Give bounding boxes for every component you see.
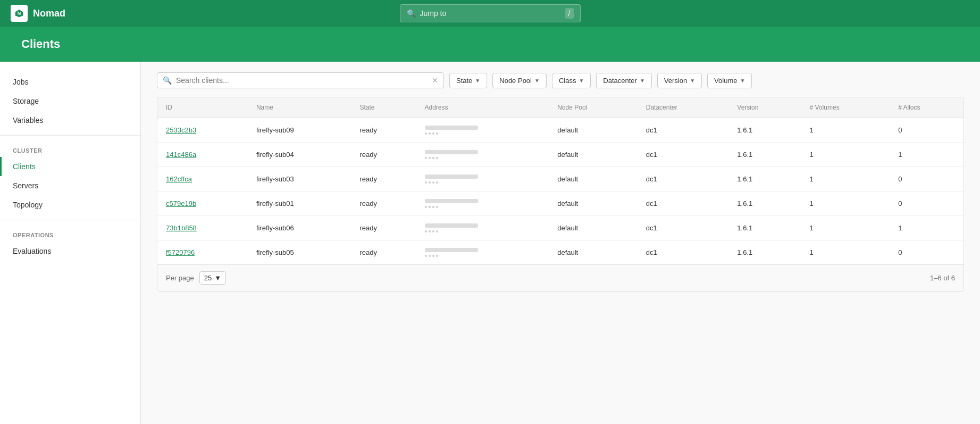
- cell-id: c579e19b: [157, 192, 248, 216]
- sidebar-nav-jobs[interactable]: Jobs: [0, 72, 140, 92]
- clients-table: ID Name State Address Node Pool Datacent…: [157, 97, 964, 292]
- cell-version: 1.6.1: [728, 143, 801, 167]
- address-blurred: [425, 223, 478, 228]
- client-id-link[interactable]: 73b1b858: [166, 224, 197, 232]
- client-id-link[interactable]: f5720796: [166, 248, 195, 256]
- datacenter-filter-btn[interactable]: Datacenter ▼: [596, 73, 652, 88]
- sidebar-item-clients[interactable]: Clients: [0, 157, 140, 176]
- address-dots: [425, 181, 541, 184]
- address-dots: [425, 157, 541, 159]
- cell-datacenter: dc1: [638, 240, 729, 265]
- class-filter-btn[interactable]: Class ▼: [552, 73, 591, 88]
- col-node-pool: Node Pool: [549, 97, 638, 118]
- chevron-down-icon: ▼: [475, 78, 480, 84]
- cell-address: [416, 216, 549, 240]
- cell-name: firefly-sub01: [248, 192, 351, 216]
- table-row: 2533c2b3 firefly-sub09 ready default dc1…: [157, 118, 964, 143]
- version-filter-btn[interactable]: Version ▼: [657, 73, 702, 88]
- table-row: 141c486a firefly-sub04 ready default dc1…: [157, 143, 964, 167]
- node-pool-filter-btn[interactable]: Node Pool ▼: [492, 73, 547, 88]
- cell-version: 1.6.1: [728, 167, 801, 192]
- sidebar-item-topology[interactable]: Topology: [0, 195, 140, 214]
- cell-address: [416, 167, 549, 192]
- pagination-info: 1–6 of 6: [930, 274, 955, 282]
- cell-name: firefly-sub03: [248, 167, 351, 192]
- cell-state: ready: [351, 216, 416, 240]
- search-wrap[interactable]: 🔍 ✕: [157, 72, 444, 88]
- cell-allocs: 1: [890, 143, 964, 167]
- cell-datacenter: dc1: [638, 143, 729, 167]
- per-page-value: 25: [204, 274, 212, 282]
- cell-id: 162cffca: [157, 167, 248, 192]
- cell-volumes: 1: [801, 216, 890, 240]
- content-area: 🔍 ✕ State ▼ Node Pool ▼ Class ▼ Datacent…: [141, 62, 980, 424]
- cell-allocs: 0: [890, 167, 964, 192]
- cell-node-pool: default: [549, 167, 638, 192]
- cell-name: firefly-sub04: [248, 143, 351, 167]
- cell-name: firefly-sub05: [248, 240, 351, 265]
- col-state: State: [351, 97, 416, 118]
- cell-name: firefly-sub06: [248, 216, 351, 240]
- svg-text:N: N: [18, 11, 21, 16]
- cell-allocs: 0: [890, 118, 964, 143]
- cell-datacenter: dc1: [638, 167, 729, 192]
- table-row: 73b1b858 firefly-sub06 ready default dc1…: [157, 216, 964, 240]
- col-name: Name: [248, 97, 351, 118]
- cell-volumes: 1: [801, 192, 890, 216]
- sidebar: Jobs Storage Variables CLUSTER Clients S…: [0, 62, 141, 424]
- logo-area[interactable]: N Nomad: [11, 5, 65, 22]
- state-filter-btn[interactable]: State ▼: [449, 73, 487, 88]
- table-row: 162cffca firefly-sub03 ready default dc1…: [157, 167, 964, 192]
- cell-state: ready: [351, 192, 416, 216]
- client-id-link[interactable]: 162cffca: [166, 175, 192, 183]
- sidebar-nav-variables[interactable]: Variables: [0, 111, 140, 130]
- sidebar-divider-1: [0, 135, 140, 136]
- cell-node-pool: default: [549, 143, 638, 167]
- jump-to-label: Jump to: [420, 9, 447, 18]
- address-dots: [425, 230, 541, 232]
- cell-node-pool: default: [549, 240, 638, 265]
- clear-search-icon[interactable]: ✕: [432, 76, 438, 85]
- cell-state: ready: [351, 143, 416, 167]
- chevron-down-icon: ▼: [214, 274, 221, 282]
- sidebar-item-servers[interactable]: Servers: [0, 176, 140, 195]
- address-blurred: [425, 126, 478, 130]
- chevron-down-icon: ▼: [690, 78, 695, 84]
- logo-icon: N: [11, 5, 28, 22]
- search-input[interactable]: [176, 76, 428, 85]
- jump-shortcut: /: [565, 8, 574, 19]
- app-name: Nomad: [33, 8, 65, 19]
- chevron-down-icon: ▼: [640, 78, 645, 84]
- cell-datacenter: dc1: [638, 118, 729, 143]
- cell-state: ready: [351, 118, 416, 143]
- cell-allocs: 1: [890, 216, 964, 240]
- cell-address: [416, 143, 549, 167]
- client-id-link[interactable]: c579e19b: [166, 199, 196, 207]
- client-id-link[interactable]: 2533c2b3: [166, 126, 196, 134]
- cell-volumes: 1: [801, 143, 890, 167]
- sidebar-nav-storage[interactable]: Storage: [0, 92, 140, 111]
- section-operations-label: OPERATIONS: [0, 226, 140, 242]
- col-allocs: # Allocs: [890, 97, 964, 118]
- volume-filter-btn[interactable]: Volume ▼: [707, 73, 752, 88]
- address-dots: [425, 206, 541, 208]
- chevron-down-icon: ▼: [579, 78, 584, 84]
- cell-datacenter: dc1: [638, 216, 729, 240]
- address-blurred: [425, 150, 478, 154]
- jump-to-bar[interactable]: 🔍 Jump to /: [400, 4, 581, 22]
- per-page-select[interactable]: 25 ▼: [199, 271, 226, 285]
- cell-volumes: 1: [801, 240, 890, 265]
- client-id-link[interactable]: 141c486a: [166, 151, 196, 159]
- table-footer: Per page 25 ▼ 1–6 of 6: [157, 264, 964, 291]
- cell-volumes: 1: [801, 118, 890, 143]
- cell-allocs: 0: [890, 240, 964, 265]
- cell-version: 1.6.1: [728, 118, 801, 143]
- col-version: Version: [728, 97, 801, 118]
- section-cluster-label: CLUSTER: [0, 141, 140, 157]
- page-header: Clients: [0, 27, 980, 62]
- cell-version: 1.6.1: [728, 216, 801, 240]
- cell-version: 1.6.1: [728, 192, 801, 216]
- sidebar-item-evaluations[interactable]: Evaluations: [0, 242, 140, 261]
- cell-name: firefly-sub09: [248, 118, 351, 143]
- cell-state: ready: [351, 240, 416, 265]
